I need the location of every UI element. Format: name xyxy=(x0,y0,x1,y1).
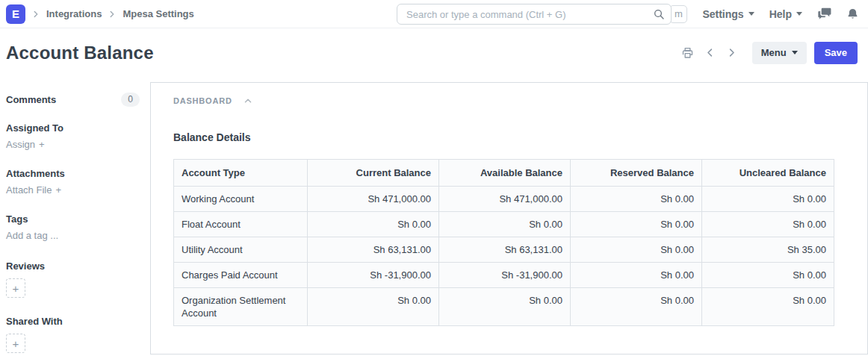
settings-menu-label: Settings xyxy=(702,8,743,20)
cell-account-type: Organization Settlement Account xyxy=(174,288,308,326)
table-header-row: Account Type Current Balance Available B… xyxy=(174,160,834,187)
table-row: Float Account Sh 0.00 Sh 0.00 Sh 0.00 Sh… xyxy=(174,212,834,237)
sidebar-section-tags: Tags Add a tag ... xyxy=(6,213,140,242)
cell-available-balance: Sh 471,000.00 xyxy=(439,187,571,212)
save-button[interactable]: Save xyxy=(814,42,858,64)
chevron-right-icon xyxy=(31,9,41,19)
help-menu[interactable]: Help xyxy=(769,8,802,20)
app-logo[interactable]: E xyxy=(6,4,25,24)
reviews-label: Reviews xyxy=(6,260,140,272)
sidebar-section-reviews: Reviews + xyxy=(6,260,140,298)
col-current-balance: Current Balance xyxy=(308,160,439,187)
balance-table: Account Type Current Balance Available B… xyxy=(173,159,834,326)
attach-file-button[interactable]: Attach File + xyxy=(6,184,61,196)
comments-label: Comments xyxy=(6,94,56,105)
global-search xyxy=(397,4,672,25)
cell-uncleared-balance: Sh 35.00 xyxy=(702,237,834,263)
sidebar-section-attachments: Attachments Attach File + xyxy=(6,168,140,196)
chevron-down-icon xyxy=(748,12,754,16)
tags-label: Tags xyxy=(6,213,140,225)
notifications-bell-icon[interactable] xyxy=(846,7,859,21)
table-row: Organization Settlement Account Sh 0.00 … xyxy=(174,288,834,326)
cell-current-balance: Sh 0.00 xyxy=(308,212,439,237)
chevron-down-icon xyxy=(792,51,798,54)
cell-available-balance: Sh -31,900.00 xyxy=(439,263,571,288)
navbar: E Integrations Mpesa Settings m Settings… xyxy=(0,0,868,28)
help-menu-label: Help xyxy=(769,8,792,20)
col-available-balance: Available Balance xyxy=(439,160,571,187)
cell-account-type: Float Account xyxy=(174,212,308,237)
plus-icon: + xyxy=(55,184,61,196)
cell-current-balance: Sh 63,131.00 xyxy=(308,237,439,263)
cell-uncleared-balance: Sh 0.00 xyxy=(702,288,834,326)
shared-with-label: Shared With xyxy=(6,316,140,327)
cell-current-balance: Sh 0.00 xyxy=(308,288,439,326)
add-review-button[interactable]: + xyxy=(6,278,25,298)
cell-account-type: Utility Account xyxy=(174,237,308,263)
search-icon[interactable] xyxy=(653,8,665,20)
comments-count-badge: 0 xyxy=(121,93,140,107)
cell-reserved-balance: Sh 0.00 xyxy=(571,237,702,263)
chevron-up-icon xyxy=(243,96,253,106)
cell-reserved-balance: Sh 0.00 xyxy=(571,187,702,212)
user-avatar[interactable]: m xyxy=(669,5,687,23)
plus-icon: + xyxy=(39,139,45,150)
add-tag-input[interactable]: Add a tag ... xyxy=(6,230,58,241)
dashboard-label: DASHBOARD xyxy=(173,96,232,105)
attach-file-label: Attach File xyxy=(6,184,52,196)
table-row: Charges Paid Account Sh -31,900.00 Sh -3… xyxy=(174,263,834,288)
next-record-icon[interactable] xyxy=(725,46,739,60)
assign-label: Assign xyxy=(6,139,35,150)
cell-uncleared-balance: Sh 0.00 xyxy=(702,263,834,288)
breadcrumb-mpesa-settings[interactable]: Mpesa Settings xyxy=(123,8,193,19)
cell-available-balance: Sh 0.00 xyxy=(439,212,571,237)
breadcrumb-integrations[interactable]: Integrations xyxy=(46,8,102,19)
page-actions: Menu Save xyxy=(680,42,858,64)
sidebar-section-assigned-to: Assigned To Assign + xyxy=(6,122,140,151)
table-row: Working Account Sh 471,000.00 Sh 471,000… xyxy=(174,187,834,212)
page-title: Account Balance xyxy=(6,43,154,63)
cell-available-balance: Sh 63,131.00 xyxy=(439,237,571,263)
assigned-to-label: Assigned To xyxy=(6,122,140,134)
attachments-label: Attachments xyxy=(6,168,140,179)
menu-button[interactable]: Menu xyxy=(752,42,807,64)
prev-record-icon[interactable] xyxy=(703,46,717,60)
cell-current-balance: Sh -31,900.00 xyxy=(308,263,439,288)
sidebar-item-comments[interactable]: Comments 0 xyxy=(6,93,140,107)
sidebar-section-shared-with: Shared With + xyxy=(6,316,140,353)
form-body: DASHBOARD Balance Details Account Type C… xyxy=(150,82,868,355)
cell-uncleared-balance: Sh 0.00 xyxy=(702,212,834,237)
app-window: E Integrations Mpesa Settings m Settings… xyxy=(0,0,868,356)
cell-available-balance: Sh 0.00 xyxy=(439,288,571,326)
assign-button[interactable]: Assign + xyxy=(6,139,45,150)
add-share-button[interactable]: + xyxy=(6,334,25,353)
cell-uncleared-balance: Sh 0.00 xyxy=(702,187,834,212)
table-row: Utility Account Sh 63,131.00 Sh 63,131.0… xyxy=(174,237,834,263)
balance-details-title: Balance Details xyxy=(173,131,845,143)
chevron-right-icon xyxy=(107,9,117,19)
cell-reserved-balance: Sh 0.00 xyxy=(571,263,702,288)
cell-account-type: Working Account xyxy=(174,187,308,212)
cell-current-balance: Sh 471,000.00 xyxy=(308,187,439,212)
menu-button-label: Menu xyxy=(761,47,787,58)
form-sidebar: Comments 0 Assigned To Assign + Attachme… xyxy=(0,77,150,353)
navbar-right: m Settings Help xyxy=(669,5,859,23)
col-uncleared-balance: Uncleared Balance xyxy=(702,160,834,187)
cell-reserved-balance: Sh 0.00 xyxy=(571,212,702,237)
print-icon[interactable] xyxy=(680,46,695,60)
settings-menu[interactable]: Settings xyxy=(702,8,754,20)
chevron-down-icon xyxy=(796,12,802,16)
dashboard-section-toggle[interactable]: DASHBOARD xyxy=(173,96,845,106)
chat-icon[interactable] xyxy=(817,7,831,20)
page-head: Account Balance Menu Save xyxy=(0,28,868,77)
col-reserved-balance: Reserved Balance xyxy=(571,160,702,187)
search-input[interactable] xyxy=(397,4,672,25)
content: Comments 0 Assigned To Assign + Attachme… xyxy=(0,77,868,355)
cell-reserved-balance: Sh 0.00 xyxy=(571,288,702,326)
col-account-type: Account Type xyxy=(174,160,308,187)
cell-account-type: Charges Paid Account xyxy=(174,263,308,288)
